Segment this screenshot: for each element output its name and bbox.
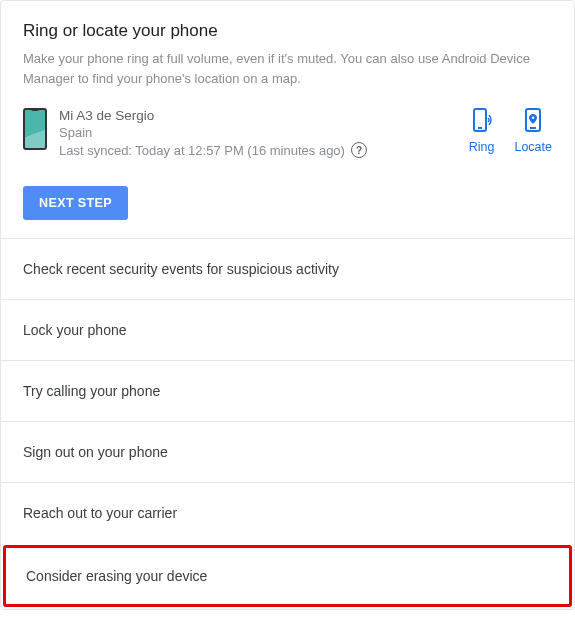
device-location: Spain — [59, 125, 457, 140]
svg-point-4 — [532, 116, 535, 119]
help-icon[interactable]: ? — [351, 142, 367, 158]
locate-icon — [522, 108, 544, 134]
section-title: Ring or locate your phone — [23, 21, 552, 41]
ring-locate-section: Ring or locate your phone Make your phon… — [1, 1, 574, 238]
options-list: Check recent security events for suspici… — [1, 238, 574, 607]
option-item[interactable]: Sign out on your phone — [1, 421, 574, 482]
device-sync-text: Last synced: Today at 12:57 PM (16 minut… — [59, 143, 345, 158]
ring-label: Ring — [469, 140, 495, 154]
device-name: Mi A3 de Sergio — [59, 108, 457, 123]
device-actions: Ring Locate — [469, 108, 552, 154]
ring-button[interactable]: Ring — [469, 108, 495, 154]
device-row: Mi A3 de Sergio Spain Last synced: Today… — [23, 108, 552, 158]
option-item[interactable]: Try calling your phone — [1, 360, 574, 421]
section-description: Make your phone ring at full volume, eve… — [23, 49, 552, 88]
option-item[interactable]: Consider erasing your device — [3, 545, 572, 607]
ring-icon — [471, 108, 493, 134]
next-step-button[interactable]: NEXT STEP — [23, 186, 128, 220]
locate-label: Locate — [514, 140, 552, 154]
locate-button[interactable]: Locate — [514, 108, 552, 154]
device-info: Mi A3 de Sergio Spain Last synced: Today… — [59, 108, 457, 158]
device-sync: Last synced: Today at 12:57 PM (16 minut… — [59, 142, 457, 158]
phone-icon — [23, 108, 47, 150]
option-item[interactable]: Lock your phone — [1, 299, 574, 360]
option-item[interactable]: Reach out to your carrier — [1, 482, 574, 543]
security-card: Ring or locate your phone Make your phon… — [0, 0, 575, 610]
option-item[interactable]: Check recent security events for suspici… — [1, 238, 574, 299]
